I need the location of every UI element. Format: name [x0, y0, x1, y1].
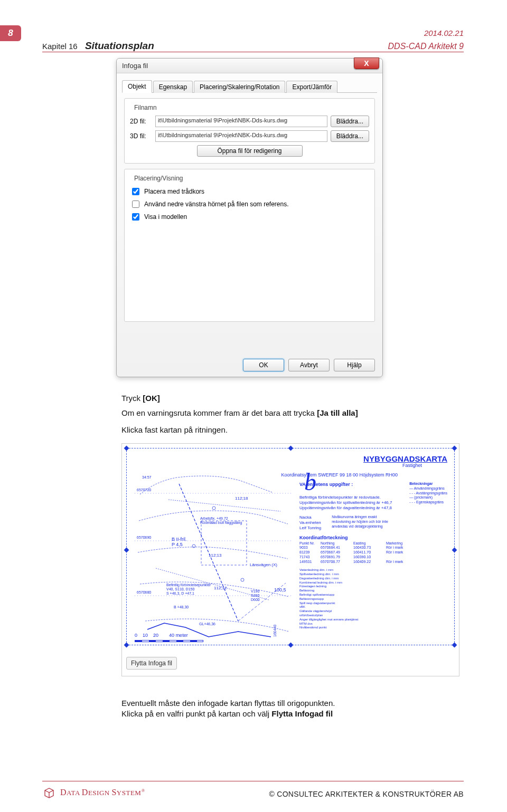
svg-point-5: [212, 507, 215, 510]
c1: Northing: [321, 541, 350, 546]
map-title: NYBYGGNADSKARTA: [363, 454, 447, 463]
va-3: Uppdämningsnivån för dagvattenledning är…: [299, 505, 447, 511]
tab-export-jamfor[interactable]: Export/Jämför: [286, 81, 337, 93]
tooltip-flytta-infoga-fil: Flytta Infoga fil: [126, 657, 177, 670]
tab-placering-skalering-rotation[interactable]: Placering/Skalering/Rotation: [194, 81, 285, 93]
lg-1: Spillvattenledning dim. i mm: [299, 572, 447, 577]
scale-bar-graphic: [135, 640, 203, 642]
ok-button[interactable]: OK: [243, 359, 284, 371]
elev-label: 34:57: [142, 475, 152, 479]
beteckningar-block: Beteckningar — Användningsgräns - - - Av…: [409, 482, 447, 505]
chapter-title: Situationsplan: [85, 40, 154, 51]
input-3d-fil[interactable]: it\Utbildningsmaterial 9\Projekt\NBK-Dds…: [155, 130, 327, 142]
p2-b: [Ja till alla]: [317, 408, 358, 417]
checkbox-anvand-ned-vanstra[interactable]: Använd nedre vänstra hörnet på filen som…: [130, 199, 369, 209]
c0: Punkt Nr.: [299, 541, 317, 546]
close-icon: X: [364, 59, 369, 68]
tab-objekt[interactable]: Objekt: [122, 80, 152, 93]
scale-bar: 0 10 20 40 meter: [135, 633, 240, 642]
legend-section: Vattenledning dim. i mm Spillvattenledni…: [299, 568, 447, 630]
m2-label: 112;13: [209, 553, 222, 558]
gl-label: GL+46,36: [199, 622, 215, 626]
cancel-button[interactable]: Avbryt: [288, 359, 330, 371]
placvis-legend: Placering/Visning: [132, 175, 185, 182]
paragraph-klicka-fast: Klicka fast kartan på ritningen.: [121, 425, 412, 434]
input-2d-fil[interactable]: it\Utbildningsmaterial 9\Projekt\NBK-Dds…: [155, 116, 327, 127]
p5-b: Flytta Infogad fil: [271, 709, 333, 718]
bet-1: — Användningsgräns: [409, 486, 447, 491]
dialog-titlebar[interactable]: Infoga fil X: [117, 59, 382, 73]
chapter-label: Kapitel 16 Situationsplan: [42, 40, 154, 52]
tbl-r1: 812396570667.49160411.70Rör i mark: [299, 550, 447, 555]
svg-rect-0: [201, 521, 247, 565]
tbl-r2: 717436570691.79160390.10: [299, 555, 447, 560]
checkbox-placera-tradkors-label: Placera med trådkors: [144, 188, 204, 195]
checkbox-placera-tradkors[interactable]: Placera med trådkors: [130, 186, 369, 197]
checkbox-visa-i-modellen[interactable]: Visa i modellen: [130, 212, 369, 222]
handle-bottom-right[interactable]: [452, 643, 457, 648]
k-1: Nacka: [299, 515, 321, 520]
tab-egenskap[interactable]: Egenskap: [153, 81, 193, 93]
p5-a: Klicka på en valfri punkt på kartan och …: [121, 709, 271, 718]
map-koordsys: Koordinatsystem SWEREF 99 18 00 Höjdsyst…: [281, 472, 398, 477]
help-button[interactable]: Hjälp: [334, 359, 375, 371]
lg-0: Vattenledning dim. i mm: [299, 568, 447, 572]
koord-table: Punkt Nr. Northing Easting Markering 903…: [299, 541, 447, 565]
open-for-editing-button[interactable]: Öppna fil för redigering: [197, 145, 303, 157]
m3-label: 112;12: [214, 586, 227, 590]
dialog-footer: OK Avbryt Hjälp: [243, 359, 375, 371]
filnamn-legend: Filnamn: [132, 104, 159, 111]
lg-6: Befintligt spillvattenstopp: [299, 593, 447, 597]
dialog-title: Infoga fil: [122, 62, 148, 70]
footer-rule: [42, 781, 464, 781]
page-header: Kapitel 16 Situationsplan DDS-CAD Arkite…: [42, 40, 464, 52]
tbl-r3: 1495316570708.77160409.22Rör i mark: [299, 560, 447, 565]
tbl-r0: 90336570684.41160430.73Rör i mark: [299, 546, 447, 550]
dds-brand-text: DATA DESIGN SYSTEM®: [60, 788, 145, 797]
bet-4: - - - Egenskapsgräns: [409, 500, 447, 505]
lg-10: Gällande vägplanshöjd: [299, 609, 447, 614]
n-label-2: 6570690: [137, 536, 151, 539]
close-button[interactable]: X: [354, 58, 379, 69]
p1-b: [OK]: [143, 394, 160, 403]
koord-header: Koordinatförteckning: [299, 535, 447, 541]
lg-4: Föreslagen ledning: [299, 585, 447, 589]
k-2: Va-enheten: [299, 520, 321, 526]
checkbox-anvand-ned-vanstra-input[interactable]: [132, 200, 139, 208]
befp3-label: S +46,3, D +47,1: [166, 591, 194, 595]
ten-label: 100,5: [274, 587, 286, 593]
paragraph-eventuellt: Eventuellt måste den infogade kartan fly…: [121, 699, 412, 708]
lg-3: Kombinerad ledning dim. i mm: [299, 581, 447, 585]
btf-label: B II-fril.: [172, 537, 187, 542]
befp-label: Befintlig förbindelsepunkter: [166, 583, 211, 587]
sc-2: 20: [153, 633, 158, 638]
sc-0: 0: [135, 633, 137, 638]
browse-2d-button[interactable]: Bläddra...: [331, 116, 369, 127]
checkbox-placera-tradkors-input[interactable]: [132, 188, 139, 195]
d-label: D600: [251, 598, 260, 601]
checkbox-visa-i-modellen-input[interactable]: [132, 213, 139, 221]
dds-logo-icon: [42, 786, 56, 799]
checkbox-anvand-ned-vanstra-label: Använd nedre vänstra hörnet på filen som…: [144, 200, 289, 208]
lg-12: Anger tillgänglighet mot annans plantjän…: [299, 618, 447, 622]
row-2d: 2D fil: it\Utbildningsmaterial 9\Projekt…: [130, 116, 369, 127]
row-3d: 3D fil: it\Utbildningsmaterial 9\Projekt…: [130, 130, 369, 142]
p2-a: Om en varningsruta kommer fram är det ba…: [121, 408, 317, 417]
m1-label: 112;18: [235, 496, 248, 501]
arbets-label: Arbetsfix. +49.72: [200, 517, 228, 520]
va-section: VA-enhetens uppgifter : Beteckningar — A…: [299, 482, 447, 511]
lp-label: Länsvägen (X): [250, 562, 277, 567]
niva-note: Nivåkurvorna äringen exakt redovisning a…: [332, 515, 390, 531]
lg-5: Befästning: [299, 589, 447, 593]
sc-unit: meter: [176, 633, 188, 638]
paragraph-tryck-ok: Tryck [OK]: [121, 394, 412, 403]
kontakt-section: Nacka Va-enheten Leif Tonring Nivåkurvor…: [299, 515, 447, 531]
browse-3d-button[interactable]: Bläddra...: [331, 130, 369, 142]
bm-label: B +48,30: [174, 605, 189, 609]
lg-11: utfört/beslut/plan: [299, 614, 447, 618]
p1-a: Tryck: [121, 394, 143, 403]
lg-9: vBK: [299, 605, 447, 609]
v-label: V190: [251, 589, 259, 593]
footer-copyright: © CONSULTEC ARKITEKTER & KONSTRUKTÖRER A…: [269, 790, 464, 798]
sc-1: 10: [143, 633, 148, 638]
